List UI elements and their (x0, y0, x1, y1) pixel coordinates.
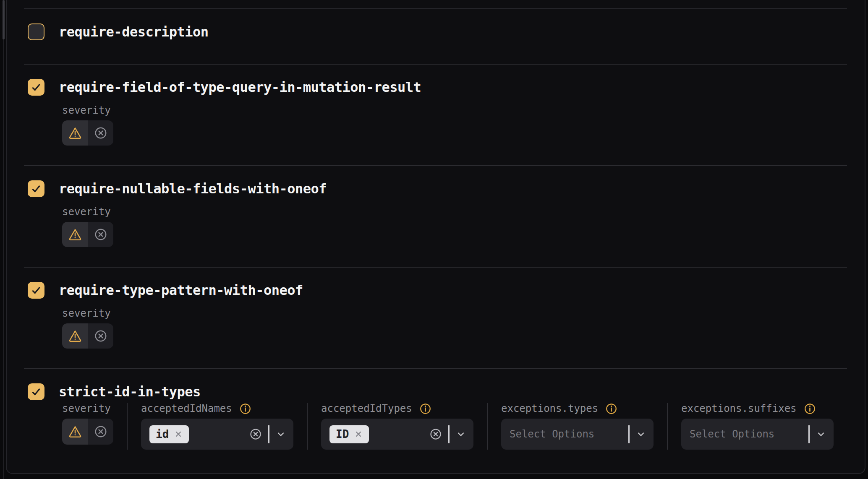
severity-off-button[interactable] (88, 323, 113, 349)
rule-name: require-type-pattern-with-oneof (59, 282, 303, 298)
circle-x-icon (94, 425, 107, 438)
circle-x-icon (94, 126, 107, 140)
field-divider (487, 403, 488, 450)
clear-all-icon[interactable] (249, 428, 262, 440)
rule-options-row: severity acceptedIdNames (62, 403, 847, 450)
rules-panel: require-description require-field-of-typ… (6, 0, 865, 474)
severity-label: severity (62, 206, 847, 217)
rule-row-require-description: require-description (24, 8, 847, 64)
rule-name: require-nullable-fields-with-oneof (59, 181, 327, 197)
exceptions-types-label: exceptions.types (501, 403, 598, 414)
selected-value-chip: ID (329, 425, 369, 443)
acceptedIdNames-group: acceptedIdNames id (141, 403, 293, 450)
select-placeholder: Select Options (690, 428, 774, 440)
severity-off-button[interactable] (88, 419, 113, 445)
rule-checkbox[interactable] (28, 180, 44, 197)
severity-warning-button[interactable] (62, 222, 88, 247)
rule-row-strict-id-in-types: strict-id-in-types severity (24, 368, 847, 474)
warning-triangle-icon (68, 425, 82, 438)
acceptedIdTypes-multiselect[interactable]: ID (321, 419, 473, 450)
chip-label: id (156, 428, 169, 440)
chevron-down-icon[interactable] (456, 429, 466, 439)
exceptions-types-select[interactable]: Select Options (501, 419, 654, 450)
severity-label: severity (62, 308, 847, 319)
chevron-down-icon[interactable] (276, 429, 286, 439)
dropdown-separator (628, 425, 630, 443)
dropdown-separator (808, 425, 810, 443)
rule-row-require-nullable-fields-with-oneof: require-nullable-fields-with-oneof sever… (24, 165, 847, 267)
select-placeholder: Select Options (510, 428, 594, 440)
check-icon (31, 285, 42, 296)
rule-checkbox[interactable] (28, 282, 44, 299)
rule-row-require-field-of-type-query-in-mutation-result: require-field-of-type-query-in-mutation-… (24, 64, 847, 165)
selected-value-chip: id (149, 425, 189, 443)
severity-off-button[interactable] (88, 120, 113, 146)
dropdown-separator (268, 425, 269, 443)
field-divider (127, 403, 128, 450)
severity-warning-button[interactable] (62, 323, 88, 349)
remove-chip-icon[interactable] (354, 430, 363, 438)
clear-all-icon[interactable] (429, 428, 442, 440)
check-icon (31, 82, 42, 93)
info-icon[interactable] (606, 403, 617, 414)
acceptedIdTypes-label: acceptedIdTypes (321, 403, 412, 414)
dropdown-separator (448, 425, 450, 443)
acceptedIdNames-label: acceptedIdNames (141, 403, 232, 414)
check-icon (31, 386, 42, 397)
rule-name: strict-id-in-types (59, 384, 201, 400)
rule-row-require-type-pattern-with-oneof: require-type-pattern-with-oneof severity (24, 267, 847, 368)
severity-label: severity (62, 403, 111, 414)
rule-checkbox[interactable] (28, 23, 44, 40)
remove-chip-icon[interactable] (174, 430, 183, 438)
circle-x-icon (94, 329, 107, 343)
acceptedIdNames-multiselect[interactable]: id (141, 419, 293, 450)
info-icon[interactable] (240, 403, 251, 414)
rule-name: require-field-of-type-query-in-mutation-… (59, 79, 421, 95)
severity-toggle (62, 419, 113, 445)
exceptions-suffixes-label: exceptions.suffixes (681, 403, 797, 414)
severity-label: severity (62, 105, 847, 116)
acceptedIdTypes-group: acceptedIdTypes ID (321, 403, 473, 450)
info-icon[interactable] (420, 403, 431, 414)
field-divider (307, 403, 308, 450)
exceptions-types-group: exceptions.types Select Options (501, 403, 654, 450)
scrollbar-track (3, 0, 4, 479)
scrollbar-thumb[interactable] (3, 0, 5, 39)
severity-toggle (62, 323, 113, 349)
rule-checkbox[interactable] (28, 383, 44, 400)
field-divider (667, 403, 668, 450)
chevron-down-icon[interactable] (636, 429, 646, 439)
warning-triangle-icon (68, 228, 82, 241)
severity-off-button[interactable] (88, 222, 113, 247)
exceptions-suffixes-group: exceptions.suffixes Select Options (681, 403, 834, 450)
severity-toggle (62, 222, 113, 247)
severity-group: severity (62, 403, 113, 450)
exceptions-suffixes-select[interactable]: Select Options (681, 419, 834, 450)
severity-toggle (62, 120, 113, 146)
info-icon[interactable] (804, 403, 816, 414)
warning-triangle-icon (68, 329, 82, 343)
chevron-down-icon[interactable] (816, 429, 826, 439)
circle-x-icon (94, 228, 107, 241)
severity-warning-button[interactable] (62, 419, 88, 445)
chip-label: ID (336, 428, 349, 440)
severity-warning-button[interactable] (62, 120, 88, 146)
warning-triangle-icon (68, 126, 82, 140)
rule-name: require-description (59, 24, 209, 40)
rule-checkbox[interactable] (28, 79, 44, 96)
check-icon (31, 183, 42, 194)
